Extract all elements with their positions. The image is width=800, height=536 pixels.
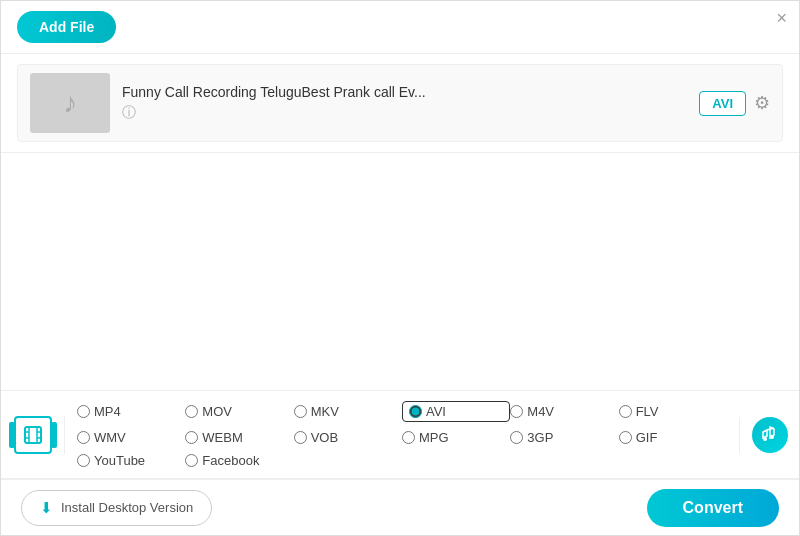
format-youtube-label: YouTube	[94, 453, 145, 468]
download-icon: ⬇	[40, 499, 53, 517]
file-name: Funny Call Recording TeluguBest Prank ca…	[122, 84, 687, 100]
format-3gp[interactable]: 3GP	[510, 430, 618, 445]
format-facebook[interactable]: Facebook	[185, 453, 293, 468]
radio-m4v[interactable]	[510, 405, 523, 418]
install-label: Install Desktop Version	[61, 500, 193, 515]
radio-wmv[interactable]	[77, 431, 90, 444]
radio-mp4[interactable]	[77, 405, 90, 418]
format-youtube[interactable]: YouTube	[77, 453, 185, 468]
format-facebook-label: Facebook	[202, 453, 259, 468]
file-actions: AVI ⚙	[699, 91, 770, 116]
radio-vob[interactable]	[294, 431, 307, 444]
radio-webm[interactable]	[185, 431, 198, 444]
format-webm-label: WEBM	[202, 430, 242, 445]
file-info: Funny Call Recording TeluguBest Prank ca…	[122, 84, 687, 122]
format-vob-label: VOB	[311, 430, 338, 445]
format-flv[interactable]: FLV	[619, 404, 727, 419]
format-avi[interactable]: AVI	[402, 401, 510, 422]
format-mov[interactable]: MOV	[185, 404, 293, 419]
format-webm[interactable]: WEBM	[185, 430, 293, 445]
audio-icon	[752, 417, 788, 453]
format-mpg[interactable]: MPG	[402, 430, 510, 445]
audio-icon-box	[739, 417, 799, 453]
format-flv-label: FLV	[636, 404, 659, 419]
close-button[interactable]: ×	[776, 9, 787, 27]
format-bar: MP4 MOV MKV AVI M4V FLV WMV WEBM	[1, 390, 799, 479]
format-mov-label: MOV	[202, 404, 232, 419]
radio-avi[interactable]	[409, 405, 422, 418]
add-file-button[interactable]: Add File	[17, 11, 116, 43]
file-item: ♪ Funny Call Recording TeluguBest Prank …	[17, 64, 783, 142]
radio-mkv[interactable]	[294, 405, 307, 418]
install-desktop-button[interactable]: ⬇ Install Desktop Version	[21, 490, 212, 526]
radio-gif[interactable]	[619, 431, 632, 444]
format-mp4[interactable]: MP4	[77, 404, 185, 419]
main-area	[1, 153, 799, 403]
format-mkv-label: MKV	[311, 404, 339, 419]
radio-flv[interactable]	[619, 405, 632, 418]
svg-point-8	[770, 435, 774, 439]
format-badge: AVI	[699, 91, 746, 116]
file-thumbnail: ♪	[30, 73, 110, 133]
file-list: ♪ Funny Call Recording TeluguBest Prank …	[1, 54, 799, 153]
format-gif-label: GIF	[636, 430, 658, 445]
format-avi-label: AVI	[426, 404, 446, 419]
radio-facebook[interactable]	[185, 454, 198, 467]
format-mkv[interactable]: MKV	[294, 404, 402, 419]
format-wmv[interactable]: WMV	[77, 430, 185, 445]
radio-mov[interactable]	[185, 405, 198, 418]
format-m4v-label: M4V	[527, 404, 554, 419]
svg-rect-0	[25, 427, 41, 443]
music-note-icon: ♪	[63, 87, 77, 119]
format-options: MP4 MOV MKV AVI M4V FLV WMV WEBM	[65, 401, 739, 468]
bottom-bar: ⬇ Install Desktop Version Convert	[1, 479, 799, 535]
format-3gp-label: 3GP	[527, 430, 553, 445]
format-mp4-label: MP4	[94, 404, 121, 419]
settings-button[interactable]: ⚙	[754, 92, 770, 114]
convert-button[interactable]: Convert	[647, 489, 779, 527]
format-wmv-label: WMV	[94, 430, 126, 445]
svg-point-7	[763, 437, 767, 441]
top-bar: Add File ×	[1, 1, 799, 54]
format-vob[interactable]: VOB	[294, 430, 402, 445]
radio-youtube[interactable]	[77, 454, 90, 467]
format-gif[interactable]: GIF	[619, 430, 727, 445]
video-format-icon-box	[1, 416, 65, 454]
format-mpg-label: MPG	[419, 430, 449, 445]
film-icon	[14, 416, 52, 454]
radio-3gp[interactable]	[510, 431, 523, 444]
format-m4v[interactable]: M4V	[510, 404, 618, 419]
info-icon[interactable]: ⓘ	[122, 104, 687, 122]
radio-mpg[interactable]	[402, 431, 415, 444]
